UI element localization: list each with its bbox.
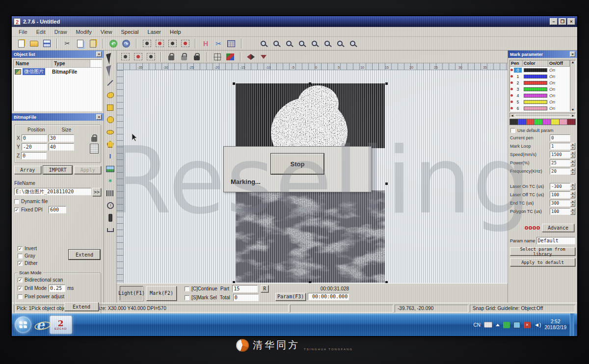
frequency-spinner[interactable]: ▲▼ <box>570 168 575 175</box>
part-count-field[interactable]: 15 <box>232 285 258 292</box>
mark-loop-spinner[interactable]: ▲▼ <box>570 143 575 150</box>
z-position-field[interactable]: 0 <box>21 152 47 159</box>
network-tray-icon[interactable] <box>513 322 520 328</box>
object-list-close-icon[interactable]: × <box>96 52 102 57</box>
io-signal-tool[interactable] <box>106 213 115 223</box>
browse-button[interactable]: >> <box>92 188 101 196</box>
import-button[interactable]: IMPORT <box>43 166 73 174</box>
ungroup-icon[interactable] <box>145 52 156 62</box>
ellipse-tool[interactable] <box>106 127 115 137</box>
polygon-tc-field[interactable]: 100 <box>550 208 570 215</box>
phone-tray-icon[interactable] <box>503 322 510 328</box>
new-icon[interactable] <box>16 38 27 49</box>
internet-explorer-icon[interactable]: e <box>36 317 45 332</box>
selection-handle[interactable] <box>309 82 311 85</box>
zoom-page-icon[interactable] <box>334 38 345 49</box>
pen-row[interactable]: 6On <box>510 105 570 111</box>
curve-tool[interactable] <box>106 90 115 100</box>
menu-view[interactable]: View <box>97 28 116 36</box>
pen-col[interactable]: Pen <box>510 60 523 66</box>
zoom-in-icon[interactable] <box>283 38 294 49</box>
frequency-field[interactable]: 20 <box>550 168 570 175</box>
speed-spinner[interactable]: ▲▼ <box>570 151 575 158</box>
node-edit-tool[interactable] <box>106 66 115 76</box>
polygon-tc-spinner[interactable]: ▲▼ <box>570 208 575 215</box>
color-col[interactable]: Color <box>523 60 548 66</box>
copy-icon[interactable] <box>75 38 85 49</box>
pen-row[interactable]: 4On <box>510 92 570 99</box>
stop-button[interactable]: Stop <box>271 154 324 174</box>
object-list-row[interactable]: 微信图片 BitmapFile <box>14 68 102 76</box>
advance-button[interactable]: Advance <box>542 224 574 232</box>
tray-expand-icon[interactable] <box>496 324 500 326</box>
filename-field[interactable]: E:\微信图片_201811020 <box>14 188 91 195</box>
power-spinner[interactable]: ▲▼ <box>570 159 575 166</box>
palette-color[interactable] <box>551 119 560 125</box>
selection-handle[interactable] <box>385 82 388 85</box>
aspect-lock-icon[interactable] <box>91 137 97 142</box>
cut-icon[interactable]: ✂ <box>62 38 73 49</box>
close-button[interactable]: × <box>567 18 575 25</box>
mark-parameter-close-icon[interactable]: × <box>570 52 575 57</box>
menu-special[interactable]: Special <box>117 28 142 36</box>
clock[interactable]: 2:52 2018/2/19 <box>545 319 567 331</box>
pen-row[interactable]: 0On <box>510 67 570 73</box>
node-add-icon[interactable] <box>141 38 152 49</box>
total-field[interactable]: 0 <box>233 294 259 301</box>
dpi-field[interactable]: 600 <box>49 206 66 213</box>
volume-icon[interactable]: ◄) <box>534 322 541 328</box>
current-pen-field[interactable]: 0 <box>550 134 570 141</box>
pixel-power-checkbox[interactable]: Pixel power adjust <box>18 294 99 299</box>
canvas[interactable]: Stop Marking... <box>124 70 508 283</box>
node-delete-icon[interactable] <box>154 38 165 49</box>
laser-off-spinner[interactable]: ▲▼ <box>570 191 575 198</box>
keypad-icon[interactable] <box>90 144 99 154</box>
x-size-field[interactable]: 30 <box>49 134 74 142</box>
light-button[interactable]: Light(F1) <box>120 286 143 301</box>
unlock-icon[interactable] <box>179 52 189 62</box>
param-button[interactable]: Param(F3) <box>275 293 306 301</box>
laser-on-field[interactable]: -300 <box>550 183 570 190</box>
pen-list-hscrollbar[interactable]: ◄◄ <box>509 113 576 118</box>
alert-tray-icon[interactable]: × <box>524 322 531 328</box>
mark-sel-checkbox[interactable]: [S]Mark Sel <box>185 295 217 300</box>
start-button[interactable] <box>15 316 31 333</box>
pen-row[interactable]: 5On <box>510 99 570 105</box>
bitmap-panel-close-icon[interactable]: × <box>96 114 102 120</box>
undo-icon[interactable]: ↶ <box>108 38 119 49</box>
grid-icon[interactable] <box>226 38 237 49</box>
save-icon[interactable] <box>41 38 52 49</box>
select-param-button[interactable]: Select param from library <box>510 247 575 256</box>
put-to-origin-icon[interactable] <box>212 52 223 62</box>
paste-icon[interactable] <box>87 38 98 49</box>
mark-parameter-title[interactable]: Mark parameter × <box>508 51 577 58</box>
fixed-dpi-checkbox[interactable]: ✓Fixed DPI 600 <box>14 206 101 213</box>
barcode-tool[interactable] <box>106 188 115 198</box>
palette-color[interactable] <box>509 119 518 125</box>
dynamic-file-checkbox[interactable]: Dynamic file <box>14 199 101 204</box>
open-icon[interactable] <box>28 38 39 49</box>
dither-checkbox[interactable]: ✓Dither <box>18 260 101 266</box>
tools-icon[interactable]: ✂ <box>213 38 224 49</box>
selection-handle[interactable] <box>385 281 388 283</box>
bidirectional-checkbox[interactable]: ✓Bidirectional scan <box>18 277 99 283</box>
selection-handle[interactable] <box>309 281 311 283</box>
menu-laser[interactable]: Laser <box>144 28 165 36</box>
select-tool[interactable] <box>106 53 115 63</box>
use-default-checkbox[interactable]: Use default param <box>510 128 575 133</box>
zoom-window-icon[interactable] <box>258 38 268 49</box>
y-size-field[interactable]: 40 <box>49 143 74 151</box>
end-tc-field[interactable]: 300 <box>550 200 570 207</box>
power-field[interactable]: 25 <box>550 159 570 166</box>
laser-off-field[interactable]: 100 <box>550 191 570 198</box>
speed-field[interactable]: 1500 <box>550 151 570 158</box>
mark-button[interactable]: Mark(F2) <box>146 286 177 301</box>
menu-file[interactable]: File <box>15 28 31 36</box>
pick-color-icon[interactable] <box>225 52 236 62</box>
ezcad-task-button[interactable]: 2 EZCAD <box>50 315 72 334</box>
line-tool[interactable] <box>106 78 115 88</box>
bitmap-tool[interactable] <box>106 164 115 174</box>
onoff-col[interactable]: On/Off <box>548 60 570 66</box>
delay-tool[interactable] <box>106 201 115 210</box>
group-icon[interactable] <box>133 52 143 62</box>
